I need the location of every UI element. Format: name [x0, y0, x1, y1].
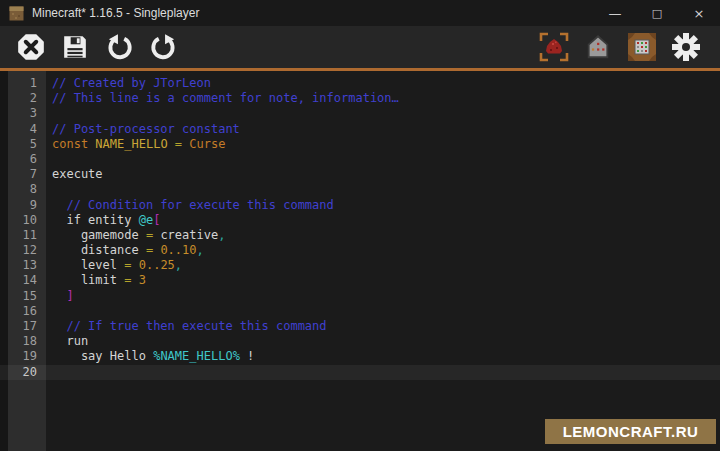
line-content — [46, 365, 52, 380]
line-content: execute — [46, 167, 103, 182]
line-number: 13 — [0, 258, 46, 273]
code-line[interactable]: 16 — [0, 304, 720, 319]
code-line[interactable]: 13 level = 0..25, — [0, 258, 720, 273]
code-line[interactable]: 4// Post-processor constant — [0, 122, 720, 137]
code-line[interactable]: 2// This line is a comment for note, inf… — [0, 91, 720, 106]
code-line[interactable]: 17 // If true then execute this command — [0, 319, 720, 334]
grass-block-icon — [9, 6, 24, 21]
line-content: // This line is a comment for note, info… — [46, 91, 399, 106]
line-number: 20 — [0, 365, 46, 380]
line-content: if entity @e[ — [46, 213, 160, 228]
undo-arrow-icon — [106, 34, 133, 61]
line-content: distance = 0..10, — [46, 243, 204, 258]
close-button[interactable]: × — [678, 0, 720, 26]
line-number: 11 — [0, 228, 46, 243]
gear-icon — [671, 32, 701, 62]
line-content: level = 0..25, — [46, 258, 182, 273]
line-number: 3 — [0, 106, 46, 121]
code-line[interactable]: 15 ] — [0, 289, 720, 304]
app-window: Minecraft* 1.16.5 - Singleplayer — □ × — [0, 0, 720, 451]
line-content: limit = 3 — [46, 273, 146, 288]
minimize-button[interactable]: — — [594, 0, 636, 26]
line-number: 18 — [0, 334, 46, 349]
line-number: 17 — [0, 319, 46, 334]
code-line[interactable]: 7execute — [0, 167, 720, 182]
line-content: // Post-processor constant — [46, 122, 240, 137]
line-number: 1 — [0, 76, 46, 91]
line-content — [46, 106, 52, 121]
redstone-dust-icon — [539, 32, 569, 62]
redo-arrow-icon — [150, 34, 177, 61]
code-line[interactable]: 9 // Condition for execute this command — [0, 198, 720, 213]
code-line[interactable]: 19 say Hello %NAME_HELLO% ! — [0, 349, 720, 364]
editor-lines: 1// Created by JTorLeon2// This line is … — [0, 76, 720, 380]
maximize-button[interactable]: □ — [636, 0, 678, 26]
toolbar-right — [532, 29, 708, 65]
line-number: 5 — [0, 137, 46, 152]
watermark-label: LEMONCRAFT.RU — [563, 423, 699, 440]
line-content: say Hello %NAME_HELLO% ! — [46, 349, 254, 364]
line-number: 19 — [0, 349, 46, 364]
line-content: // If true then execute this command — [46, 319, 327, 334]
toolbar-left — [9, 29, 185, 65]
floppy-disk-icon — [62, 34, 88, 60]
code-line[interactable]: 10 if entity @e[ — [0, 213, 720, 228]
line-content — [46, 152, 52, 167]
home-block-icon — [584, 33, 612, 61]
line-number: 16 — [0, 304, 46, 319]
line-number: 2 — [0, 91, 46, 106]
cancel-button[interactable] — [13, 29, 49, 65]
line-number: 12 — [0, 243, 46, 258]
line-content: // Condition for execute this command — [46, 198, 334, 213]
line-number: 8 — [0, 182, 46, 197]
octagon-x-icon — [17, 33, 45, 61]
code-line[interactable]: 5const NAME_HELLO = Curse — [0, 137, 720, 152]
line-number: 7 — [0, 167, 46, 182]
home-button[interactable] — [580, 29, 616, 65]
line-number: 4 — [0, 122, 46, 137]
crafting-table-icon — [627, 32, 657, 62]
redstone-select-button[interactable] — [536, 29, 572, 65]
line-content — [46, 304, 52, 319]
watermark-badge: LEMONCRAFT.RU — [545, 419, 716, 444]
code-line[interactable]: 14 limit = 3 — [0, 273, 720, 288]
code-line[interactable]: 18 run — [0, 334, 720, 349]
window-title: Minecraft* 1.16.5 - Singleplayer — [32, 6, 594, 20]
toolbar — [0, 26, 720, 68]
line-number: 14 — [0, 273, 46, 288]
line-content: const NAME_HELLO = Curse — [46, 137, 225, 152]
code-line[interactable]: 11 gamemode = creative, — [0, 228, 720, 243]
line-number: 9 — [0, 198, 46, 213]
line-content: gamemode = creative, — [46, 228, 225, 243]
line-number: 6 — [0, 152, 46, 167]
code-line[interactable]: 6 — [0, 152, 720, 167]
code-line[interactable]: 20 — [0, 365, 720, 380]
code-line[interactable]: 8 — [0, 182, 720, 197]
save-button[interactable] — [57, 29, 93, 65]
undo-button[interactable] — [101, 29, 137, 65]
line-content: run — [46, 334, 88, 349]
settings-button[interactable] — [668, 29, 704, 65]
crafting-button[interactable] — [624, 29, 660, 65]
line-content: // Created by JTorLeon — [46, 76, 211, 91]
redo-button[interactable] — [145, 29, 181, 65]
line-content — [46, 182, 52, 197]
code-line[interactable]: 12 distance = 0..10, — [0, 243, 720, 258]
window-controls: — □ × — [594, 0, 720, 26]
code-editor[interactable]: 1// Created by JTorLeon2// This line is … — [0, 71, 720, 451]
code-line[interactable]: 1// Created by JTorLeon — [0, 76, 720, 91]
line-number: 15 — [0, 289, 46, 304]
titlebar: Minecraft* 1.16.5 - Singleplayer — □ × — [0, 0, 720, 26]
code-line[interactable]: 3 — [0, 106, 720, 121]
line-number: 10 — [0, 213, 46, 228]
line-content: ] — [46, 289, 74, 304]
